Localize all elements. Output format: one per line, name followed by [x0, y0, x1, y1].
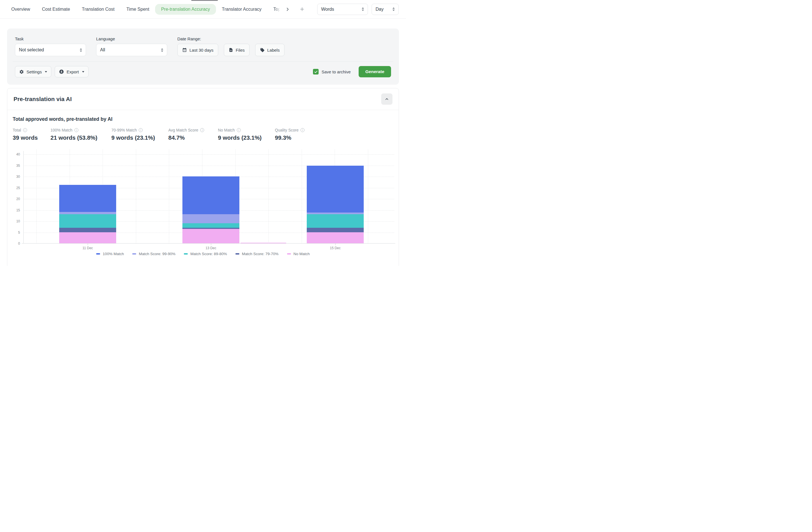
- stat-value: 99.3%: [275, 134, 325, 141]
- stat-no-match: No Match 9 words (23.1%): [218, 128, 275, 141]
- stat-label: Avg Match Score: [168, 128, 198, 132]
- tab-label: Pre-translation Accuracy: [161, 7, 210, 12]
- files-button-label: Files: [236, 48, 245, 53]
- tabs-scroll-right-button[interactable]: [284, 6, 291, 13]
- period-select-value: Day: [376, 7, 383, 12]
- select-updown-icon: [161, 48, 163, 52]
- v-gridline: [269, 150, 269, 243]
- labels-button-label: Labels: [267, 48, 280, 53]
- x-axis-tick-label: 15 Dec: [330, 246, 340, 250]
- info-icon[interactable]: [301, 128, 304, 132]
- gear-icon: [19, 69, 24, 74]
- section-title: Pre-translation via AI: [14, 96, 72, 102]
- stats-row: Total 39 words 100% Match 21 words (53.8…: [13, 128, 393, 141]
- export-button-label: Export: [67, 69, 79, 74]
- chevron-up-icon: [385, 97, 389, 101]
- chart-subtitle: Total approved words, pre-translated by …: [13, 116, 393, 122]
- generate-button[interactable]: Generate: [359, 66, 391, 77]
- tabbar-controls: Words Day: [317, 4, 406, 15]
- tab-label: Time Spent: [126, 7, 149, 12]
- legend-swatch-icon: [96, 253, 100, 255]
- y-axis-tick-label: 40: [16, 152, 20, 156]
- tab-translation-cost[interactable]: Translation Cost: [76, 4, 120, 15]
- period-select[interactable]: Day: [372, 4, 399, 15]
- legend-label: Match Score: 79-70%: [242, 252, 278, 256]
- collapse-section-button[interactable]: [381, 94, 392, 105]
- legend-item-match-score-79-70-[interactable]: Match Score: 79-70%: [235, 252, 278, 256]
- bar-segment: [59, 212, 116, 214]
- task-select-value: Not selected: [19, 47, 44, 53]
- v-gridline: [169, 150, 169, 243]
- x-axis-tick: [88, 243, 88, 245]
- info-icon[interactable]: [23, 128, 27, 132]
- bar-segment: [59, 232, 116, 243]
- tab-overview[interactable]: Overview: [5, 4, 36, 15]
- tab-label: Translator Accuracy: [222, 7, 262, 12]
- info-icon[interactable]: [139, 128, 143, 132]
- language-select-value: All: [100, 47, 105, 53]
- stat-value: 9 words (23.1%): [111, 134, 168, 141]
- bar-segment: [307, 228, 364, 232]
- stat-100-match: 100% Match 21 words (53.8%): [50, 128, 111, 141]
- y-axis-tick-label: 15: [16, 208, 20, 212]
- y-axis-tick-label: 20: [16, 197, 20, 201]
- files-filter-button[interactable]: Files: [224, 44, 249, 56]
- task-select[interactable]: Not selected: [15, 44, 86, 56]
- labels-filter-button[interactable]: Labels: [255, 44, 285, 56]
- stat-label: 70-99% Match: [111, 128, 137, 132]
- tab-top-truncated[interactable]: Top: [267, 4, 284, 15]
- y-axis-tick-label: 5: [18, 230, 20, 235]
- legend-label: Match Score: 99-90%: [139, 252, 175, 256]
- add-report-tab-button[interactable]: [299, 6, 306, 13]
- download-circle-icon: [59, 69, 64, 74]
- legend-label: Match Score: 89-80%: [190, 252, 227, 256]
- stat-label: Total: [13, 128, 21, 132]
- language-select[interactable]: All: [96, 44, 167, 56]
- legend-item-match-score-89-80-[interactable]: Match Score: 89-80%: [184, 252, 227, 256]
- bar-segment: [183, 229, 240, 243]
- tab-cost-estimate[interactable]: Cost Estimate: [36, 4, 76, 15]
- tab-label: Translation Cost: [82, 7, 115, 12]
- info-icon[interactable]: [237, 128, 241, 132]
- stacked-bar-15-dec: [307, 166, 364, 243]
- info-icon[interactable]: [200, 128, 204, 132]
- near-zero-bar-segment: [241, 243, 286, 243]
- x-axis-tick-label: 13 Dec: [205, 246, 216, 250]
- bar-segment: [307, 214, 364, 227]
- bar-segment: [307, 232, 364, 243]
- tab-pre-translation-accuracy[interactable]: Pre-translation Accuracy: [155, 4, 216, 15]
- tag-icon: [260, 48, 265, 53]
- y-axis-tick-label: 25: [16, 186, 20, 190]
- settings-button[interactable]: Settings: [15, 66, 51, 77]
- stat-avg-match-score: Avg Match Score 84.7%: [168, 128, 218, 141]
- task-label: Task: [15, 37, 96, 41]
- legend-label: 100% Match: [103, 252, 124, 256]
- legend-swatch-icon: [184, 253, 188, 255]
- x-axis-tick-label: 11 Dec: [82, 246, 93, 250]
- tab-time-spent[interactable]: Time Spent: [120, 4, 155, 15]
- filter-divider: [13, 61, 393, 61]
- y-axis-tick-label: 30: [16, 175, 20, 179]
- plus-icon: [300, 7, 304, 12]
- tab-translator-accuracy[interactable]: Translator Accuracy: [216, 4, 267, 15]
- y-axis-tick-label: 35: [16, 164, 20, 168]
- save-to-archive-checkbox[interactable]: [313, 69, 319, 74]
- date-range-label: Date Range:: [177, 37, 285, 41]
- stat-quality-score: Quality Score 99.3%: [275, 128, 325, 141]
- legend-item-no-match[interactable]: No Match: [287, 252, 310, 256]
- save-to-archive-label[interactable]: Save to archive: [321, 69, 350, 74]
- legend-item-match-score-99-90-[interactable]: Match Score: 99-90%: [132, 252, 175, 256]
- bar-segment: [59, 185, 116, 212]
- tab-label: Cost Estimate: [42, 7, 70, 12]
- legend-label: No Match: [293, 252, 310, 256]
- export-button[interactable]: Export: [55, 66, 88, 77]
- date-range-button[interactable]: Last 30 days: [177, 44, 218, 56]
- info-icon[interactable]: [74, 128, 78, 132]
- stat-70-99-match: 70-99% Match 9 words (23.1%): [111, 128, 168, 141]
- unit-select[interactable]: Words: [317, 4, 368, 15]
- bar-segment: [183, 223, 240, 228]
- v-gridline: [136, 150, 136, 243]
- settings-button-label: Settings: [27, 69, 42, 74]
- legend-item-100-match[interactable]: 100% Match: [96, 252, 124, 256]
- stat-value: 39 words: [13, 134, 50, 141]
